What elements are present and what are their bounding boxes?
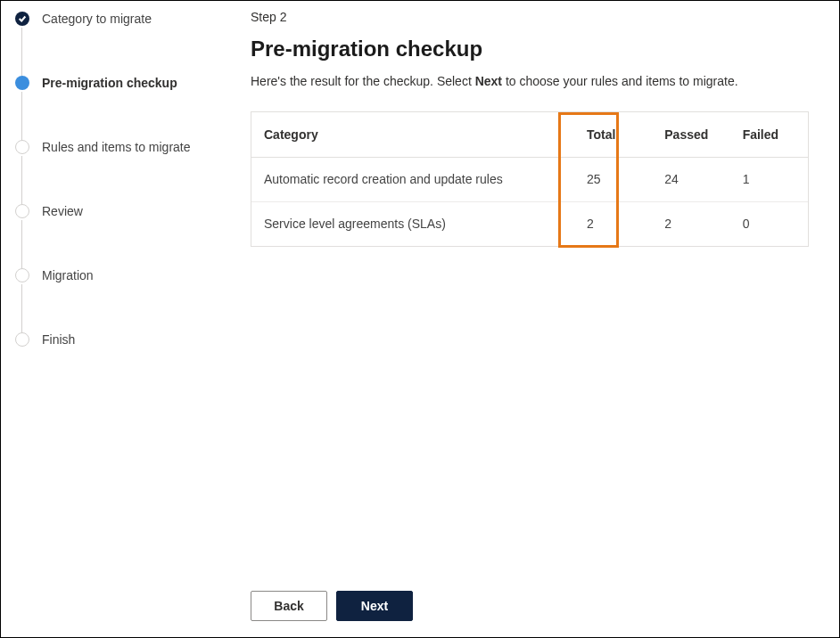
cell-total: 25 — [574, 157, 652, 201]
step-connector — [21, 156, 22, 206]
checkup-table: Category Total Passed Failed Automatic r… — [251, 112, 808, 246]
current-step-dot-icon — [15, 76, 29, 90]
step-label: Migration — [42, 268, 94, 282]
step-category-to-migrate[interactable]: Category to migrate — [15, 8, 218, 29]
desc-text-after: to choose your rules and items to migrat… — [506, 74, 738, 88]
step-rules-items[interactable]: Rules and items to migrate — [15, 136, 218, 158]
step-connector — [21, 28, 22, 78]
cell-total: 2 — [574, 201, 652, 246]
cell-category: Automatic record creation and update rul… — [251, 157, 574, 201]
table-header-row: Category Total Passed Failed — [251, 112, 808, 157]
cell-failed: 0 — [730, 201, 808, 246]
footer-actions: Back Next — [251, 591, 809, 621]
step-pre-migration-checkup[interactable]: Pre-migration checkup — [15, 72, 218, 94]
step-connector — [21, 284, 22, 334]
step-label: Review — [42, 204, 83, 218]
step-migration[interactable]: Migration — [15, 265, 218, 286]
main-content: Step 2 Pre-migration checkup Here's the … — [233, 1, 839, 637]
pending-step-circle-icon — [15, 268, 29, 282]
col-passed: Passed — [652, 112, 729, 157]
col-total: Total — [574, 112, 652, 157]
back-button[interactable]: Back — [251, 591, 327, 621]
table-row[interactable]: Service level agreements (SLAs) 2 2 0 — [251, 201, 808, 246]
pending-step-circle-icon — [15, 204, 29, 218]
pending-step-circle-icon — [15, 332, 29, 347]
page-description: Here's the result for the checkup. Selec… — [251, 74, 809, 88]
step-label: Rules and items to migrate — [42, 140, 191, 154]
desc-text-before: Here's the result for the checkup. Selec… — [251, 74, 475, 88]
step-review[interactable]: Review — [15, 200, 218, 222]
col-category: Category — [251, 112, 574, 157]
pending-step-circle-icon — [15, 140, 29, 154]
step-number: Step 2 — [251, 10, 809, 24]
cell-category: Service level agreements (SLAs) — [251, 201, 574, 246]
step-connector — [21, 220, 22, 270]
checkup-table-wrap: Category Total Passed Failed Automatic r… — [251, 111, 809, 247]
step-finish[interactable]: Finish — [15, 329, 218, 350]
next-button[interactable]: Next — [336, 591, 413, 621]
wizard-sidebar: Category to migrate Pre-migration checku… — [1, 1, 233, 637]
step-label: Pre-migration checkup — [42, 76, 177, 90]
step-label: Finish — [42, 332, 75, 347]
step-connector — [21, 92, 22, 142]
col-failed: Failed — [730, 112, 808, 157]
step-label: Category to migrate — [42, 12, 152, 26]
check-circle-icon — [15, 12, 29, 26]
cell-passed: 24 — [652, 157, 729, 201]
cell-passed: 2 — [652, 201, 729, 246]
page-title: Pre-migration checkup — [251, 37, 809, 61]
table-row[interactable]: Automatic record creation and update rul… — [251, 157, 808, 201]
desc-text-bold: Next — [475, 74, 502, 88]
cell-failed: 1 — [730, 157, 808, 201]
